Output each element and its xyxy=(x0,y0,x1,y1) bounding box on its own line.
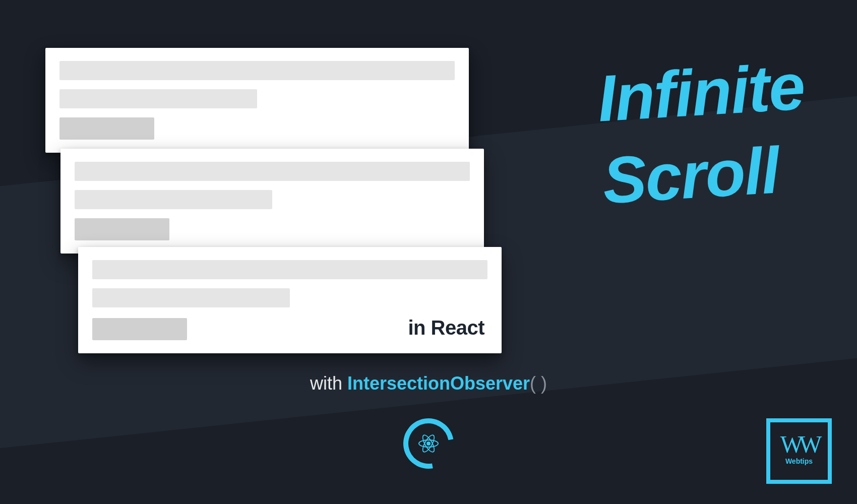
brand-label: Webtips xyxy=(785,457,813,465)
subtitle-prefix: with xyxy=(310,373,347,394)
skeleton-card: in React xyxy=(78,247,502,353)
card-caption: in React xyxy=(408,317,487,340)
skeleton-line xyxy=(59,89,257,108)
skeleton-line xyxy=(75,162,470,181)
hero-headline: Infinite Scroll xyxy=(595,45,812,221)
skeleton-line xyxy=(59,61,455,80)
skeleton-line xyxy=(92,260,487,279)
skeleton-line xyxy=(59,117,154,140)
subtitle-parens: ( ) xyxy=(530,373,547,394)
loading-spinner xyxy=(403,418,454,469)
skeleton-line xyxy=(75,218,169,240)
skeleton-card xyxy=(45,48,469,153)
headline-line-1: Infinite xyxy=(595,45,807,140)
subtitle: with IntersectionObserver( ) xyxy=(0,373,857,394)
headline-line-2: Scroll xyxy=(600,127,812,221)
skeleton-line xyxy=(92,318,187,340)
react-atom-icon xyxy=(417,432,440,455)
brand-mark: WW xyxy=(780,435,818,454)
skeleton-card xyxy=(60,149,484,254)
brand-logo: WW Webtips xyxy=(766,418,832,484)
skeleton-line xyxy=(75,190,272,209)
subtitle-api: IntersectionObserver xyxy=(347,373,530,394)
skeleton-line xyxy=(92,288,290,307)
